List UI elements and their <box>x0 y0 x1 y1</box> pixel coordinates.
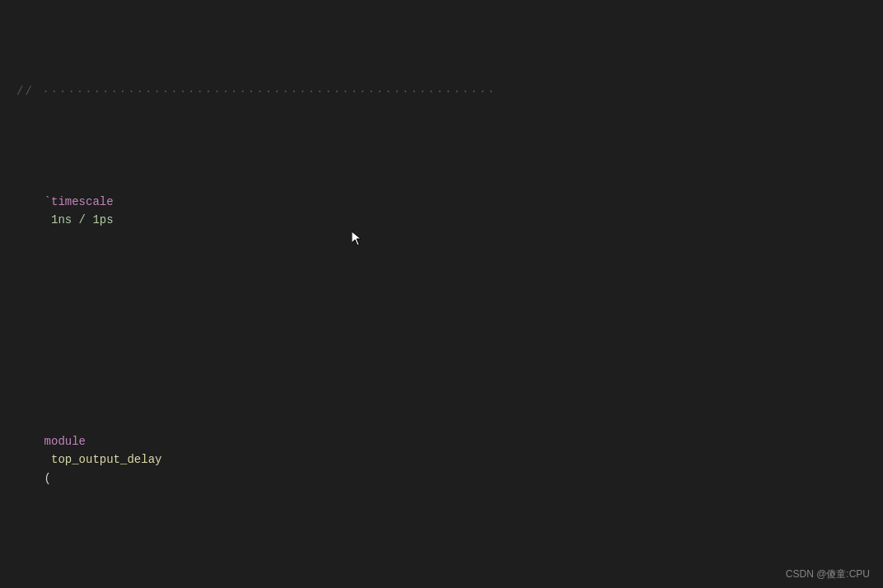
watermark-text: CSDN @傻童:CPU <box>786 568 870 580</box>
token-timescale-val: 1ns / 1ps <box>44 213 114 226</box>
line-input: input wire sclk , //310m <box>16 580 867 588</box>
line-blank-1 <box>16 322 867 340</box>
token-paren-open: ( <box>44 472 51 485</box>
code-editor[interactable]: // ·····································… <box>0 0 883 588</box>
token-timescale: `timescale <box>44 195 114 208</box>
token-module-kw: module <box>44 435 86 448</box>
token-module-name: top_output_delay <box>44 453 162 466</box>
line-dots: // ·····································… <box>16 82 867 100</box>
line-timescale: `timescale 1ns / 1ps <box>16 175 867 249</box>
watermark: CSDN @傻童:CPU <box>786 567 870 581</box>
line-module: module top_output_delay ( <box>16 414 867 506</box>
